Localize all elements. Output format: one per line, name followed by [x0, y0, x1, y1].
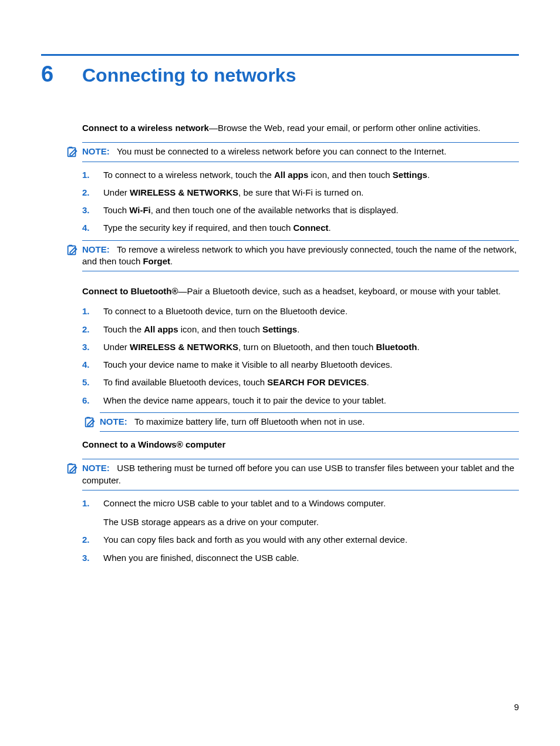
note-3-text: To maximize battery life, turn off Bluet…: [134, 416, 365, 426]
note-4-text: USB tethering must be turned off before …: [82, 463, 514, 485]
list-item: 5.To find available Bluetooth devices, t…: [82, 377, 519, 388]
step-number: 4.: [82, 222, 103, 234]
note-icon: [66, 244, 79, 257]
step-number: 3.: [82, 341, 103, 353]
note-2-text: To remove a wireless network to which yo…: [82, 244, 517, 266]
heading-rule: [41, 54, 519, 56]
windows-heading: Connect to a Windows® computer: [82, 439, 519, 451]
step-number: 2.: [82, 534, 103, 546]
step-text: Touch your device name to make it Visibl…: [103, 359, 519, 371]
step-text: Under WIRELESS & NETWORKS, be sure that …: [103, 187, 519, 199]
list-item: 1.To connect to a Bluetooth device, turn…: [82, 305, 519, 317]
step-text: To find available Bluetooth devices, tou…: [103, 377, 519, 388]
step-number: 4.: [82, 359, 103, 371]
list-item: 3.Under WIRELESS & NETWORKS, turn on Blu…: [82, 341, 519, 353]
step-text: You can copy files back and forth as you…: [103, 534, 519, 546]
windows-steps: 1.Connect the micro USB cable to your ta…: [82, 498, 519, 564]
list-item: 1.Connect the micro USB cable to your ta…: [82, 498, 519, 529]
step-text: Under WIRELESS & NETWORKS, turn on Bluet…: [103, 341, 519, 353]
chapter-title: Connecting to networks: [82, 65, 296, 86]
note-box-2: NOTE: To remove a wireless network to wh…: [82, 240, 519, 272]
wifi-intro: Connect to a wireless network—Browse the…: [82, 122, 519, 134]
page-content: 6 Connecting to networks Connect to a wi…: [0, 0, 560, 564]
list-item: 3.Touch Wi-Fi, and then touch one of the…: [82, 204, 519, 216]
wifi-intro-bold: Connect to a wireless network: [82, 123, 209, 133]
chapter-heading: 6 Connecting to networks: [41, 62, 519, 87]
step-text: When the device name appears, touch it t…: [103, 395, 519, 406]
list-item: 4.Type the security key if required, and…: [82, 222, 519, 234]
step-number: 1.: [82, 305, 103, 317]
step-number: 1.: [82, 498, 103, 509]
note-icon: [66, 462, 79, 475]
note-box-4: NOTE: USB tethering must be turned off b…: [82, 459, 519, 490]
step-number: 3.: [82, 204, 103, 216]
list-item: 2.Under WIRELESS & NETWORKS, be sure tha…: [82, 187, 519, 199]
list-item: 2.Touch the All apps icon, and then touc…: [82, 324, 519, 335]
page-number: 9: [514, 702, 519, 712]
note-label: NOTE:: [100, 416, 127, 426]
list-item: 2.You can copy files back and forth as y…: [82, 534, 519, 546]
wifi-steps: 1.To connect to a wireless network, touc…: [82, 169, 519, 234]
note-box-1: NOTE: You must be connected to a wireles…: [82, 142, 519, 162]
step-number: 5.: [82, 377, 103, 388]
note-1-text: You must be connected to a wireless netw…: [117, 146, 446, 156]
step-subtext: The USB storage appears as a drive on yo…: [103, 516, 519, 528]
step-text: When you are finished, disconnect the US…: [103, 552, 519, 564]
body-column: Connect to a wireless network—Browse the…: [82, 122, 519, 564]
wifi-intro-rest: —Browse the Web, read your email, or per…: [209, 123, 480, 133]
step-number: 6.: [82, 395, 103, 406]
bt-intro-bold: Connect to Bluetooth®: [82, 286, 178, 296]
note-icon: [83, 416, 96, 429]
list-item: 6.When the device name appears, touch it…: [82, 395, 519, 406]
bluetooth-intro: Connect to Bluetooth®—Pair a Bluetooth d…: [82, 285, 519, 297]
list-item: 1.To connect to a wireless network, touc…: [82, 169, 519, 181]
list-item: 4.Touch your device name to make it Visi…: [82, 359, 519, 371]
step-text: Touch the All apps icon, and then touch …: [103, 324, 519, 335]
bt-intro-rest: —Pair a Bluetooth device, such as a head…: [178, 286, 501, 296]
note-label: NOTE:: [82, 146, 110, 156]
step-text: Touch Wi-Fi, and then touch one of the a…: [103, 204, 519, 216]
list-item: 3.When you are finished, disconnect the …: [82, 552, 519, 564]
chapter-number: 6: [41, 62, 82, 87]
step-text: Type the security key if required, and t…: [103, 222, 519, 234]
bluetooth-steps: 1.To connect to a Bluetooth device, turn…: [82, 305, 519, 406]
note-icon: [66, 146, 79, 159]
step-text: Connect the micro USB cable to your tabl…: [103, 498, 519, 529]
note-box-3: NOTE: To maximize battery life, turn off…: [100, 412, 519, 432]
note-label: NOTE:: [82, 463, 110, 473]
step-number: 2.: [82, 187, 103, 199]
step-text: To connect to a Bluetooth device, turn o…: [103, 305, 519, 317]
step-number: 2.: [82, 324, 103, 335]
note-label: NOTE:: [82, 244, 110, 254]
step-number: 1.: [82, 169, 103, 181]
step-number: 3.: [82, 552, 103, 564]
step-text: To connect to a wireless network, touch …: [103, 169, 519, 181]
